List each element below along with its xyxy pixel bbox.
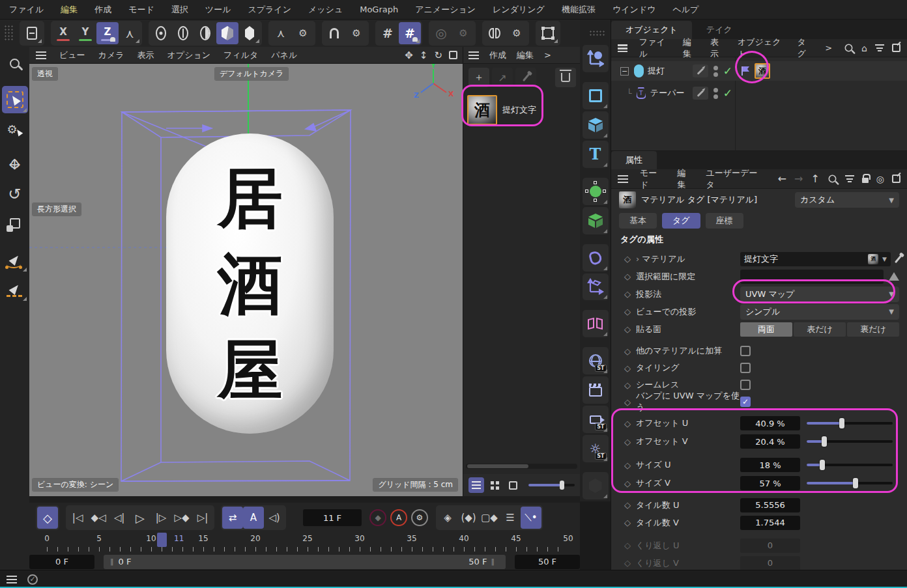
material-name[interactable]: 提灯文字	[502, 104, 536, 116]
snap-settings-gear-icon[interactable]: ⚙	[345, 22, 367, 44]
preset-dropdown[interactable]: カスタム▼	[795, 192, 899, 208]
om-menu-objects[interactable]: オブジェクト	[738, 36, 786, 60]
vp-menu-options[interactable]: オプション	[167, 49, 211, 61]
attr-forward-icon[interactable]: →	[794, 173, 803, 185]
add-material-button[interactable]: ＋	[468, 68, 489, 87]
expand-toggle-icon[interactable]: −	[620, 67, 629, 76]
palette-drag-handle[interactable]	[583, 23, 609, 43]
attr-up-icon[interactable]: ↑	[811, 173, 819, 185]
vp-menu-display[interactable]: 表示	[137, 49, 154, 61]
grid-snap-icon[interactable]: #	[377, 22, 399, 44]
undo-history-icon[interactable]	[21, 22, 43, 44]
attr-search-icon[interactable]	[828, 175, 836, 183]
material-scrollbar[interactable]	[466, 464, 577, 469]
mode-model-icon[interactable]	[216, 22, 238, 44]
subdivision-cube-icon[interactable]	[583, 207, 609, 234]
menu-spline[interactable]: スプライン	[248, 4, 291, 16]
symmetry-icon[interactable]	[483, 22, 506, 44]
offset-u-field[interactable]: 40.9 %	[740, 416, 800, 430]
status-menu-icon[interactable]	[7, 576, 17, 583]
attr-menu-edit[interactable]: 編集	[678, 167, 695, 191]
loop-playback-icon[interactable]: ⇄	[222, 507, 243, 529]
enable-check-icon[interactable]: ✓	[723, 87, 732, 100]
select-tool-icon[interactable]	[2, 86, 28, 113]
attr-target-icon[interactable]: ◎	[876, 174, 884, 184]
enable-check-icon[interactable]: ✓	[723, 64, 732, 77]
deformer-icon[interactable]	[583, 244, 609, 272]
sound-icon[interactable]: ◁)	[264, 507, 285, 529]
attr-undock-icon[interactable]	[892, 175, 900, 183]
list-view-icon[interactable]	[468, 477, 484, 493]
menu-mode[interactable]: モード	[128, 4, 154, 16]
attr-lock-icon[interactable]	[862, 178, 869, 183]
mat-menu-more[interactable]: >	[544, 50, 551, 60]
key-position-icon[interactable]: ◈	[437, 507, 458, 529]
tweak-tool-icon[interactable]: ⚙	[2, 115, 28, 143]
vp-menu-view[interactable]: ビュー	[59, 49, 85, 61]
add-material-checkbox[interactable]	[740, 346, 751, 356]
phong-tag-icon[interactable]	[740, 66, 751, 76]
attr-back-icon[interactable]: ←	[778, 173, 786, 185]
object-row-taper[interactable]: └ T テーパー ✓	[611, 83, 907, 103]
tiling-checkbox[interactable]	[740, 363, 751, 373]
keying-settings-gear-icon[interactable]: ⚙	[411, 509, 428, 526]
pick-material-eyedropper-icon[interactable]	[895, 255, 902, 263]
offset-u-slider[interactable]	[807, 418, 893, 428]
thumbnail-size-slider[interactable]	[528, 484, 575, 486]
material-link-field[interactable]: 提灯文字 酒 ▼	[740, 252, 891, 266]
mode-points-icon[interactable]	[150, 22, 172, 44]
size-v-slider[interactable]	[807, 478, 893, 488]
prev-key-icon[interactable]: ◆◁	[88, 507, 109, 529]
stage-object-icon[interactable]	[583, 376, 609, 404]
menu-animation[interactable]: アニメーション	[415, 4, 476, 16]
generator-icon[interactable]	[583, 178, 609, 205]
tiles-v-field[interactable]: 1.7544	[740, 516, 800, 530]
material-tag-icon[interactable]: 酒	[755, 63, 770, 79]
side-front-button[interactable]: 表だけ	[794, 322, 846, 337]
scale-tool-icon[interactable]	[2, 210, 28, 237]
om-menu-view[interactable]: 表示	[710, 36, 726, 60]
projection-dropdown[interactable]: UVW マップ▼	[740, 287, 899, 302]
size-u-slider[interactable]	[807, 460, 893, 470]
material-eyedropper-icon[interactable]	[515, 68, 536, 87]
orbit-rotate-icon[interactable]: ↻	[434, 49, 442, 61]
edit-disabled-icon[interactable]	[583, 472, 609, 499]
subtab-tag[interactable]: タグ	[662, 213, 700, 229]
menu-help[interactable]: ヘルプ	[672, 4, 698, 16]
delete-material-button[interactable]	[555, 68, 576, 87]
offset-v-slider[interactable]	[807, 436, 893, 447]
symmetry-object-icon[interactable]	[583, 310, 609, 337]
move-tool-icon[interactable]	[2, 151, 28, 178]
menu-select[interactable]: 選択	[171, 4, 188, 16]
menu-window[interactable]: ウインドウ	[612, 4, 656, 16]
axis-z-toggle[interactable]: Z	[96, 22, 119, 44]
light-object-icon[interactable]: ☼ST	[583, 435, 609, 462]
axis-x-toggle[interactable]: X	[52, 22, 74, 44]
vp-menu-filter[interactable]: フィルタ	[223, 49, 258, 61]
viewport-canvas[interactable]: Y X Z 居 酒 屋 透視 デフォルトカメラ 長方形選択 ビューの変換: シー…	[29, 64, 463, 496]
edit-enable-icon[interactable]	[693, 64, 708, 77]
mat-menu-edit[interactable]: 編集	[517, 49, 534, 61]
timeline-ruler[interactable]: 0 5 10 15 20 25 30 35 40 45 50 11	[29, 533, 580, 552]
key-parameter-icon[interactable]: ☰	[500, 507, 521, 529]
range-right-handle[interactable]: ‖	[491, 557, 496, 566]
search-tool-icon[interactable]	[2, 49, 28, 77]
current-frame-field[interactable]: 11 F	[303, 509, 362, 526]
key-rotation-icon[interactable]: (◆)	[458, 507, 479, 529]
grid-snap-locked-icon[interactable]: #	[399, 22, 421, 44]
autokey-record-icon[interactable]: A	[390, 509, 407, 526]
om-menu-edit[interactable]: 編集	[683, 36, 698, 60]
tiles-u-field[interactable]: 5.5556	[740, 498, 800, 512]
edit-enable-icon[interactable]	[693, 87, 708, 100]
menu-extensions[interactable]: 機能拡張	[562, 4, 596, 16]
material-link-dropdown-icon[interactable]: ▼	[882, 256, 887, 262]
vp-menu-camera[interactable]: カメラ	[98, 49, 124, 61]
lantern-object[interactable]: 居 酒 屋	[166, 133, 334, 434]
range-bar[interactable]: ‖ 0 F 50 F‖	[104, 555, 506, 569]
play-button[interactable]: ▷	[130, 507, 151, 529]
axis-y-toggle[interactable]: Y	[74, 22, 96, 44]
prev-frame-icon[interactable]: ◁|	[109, 507, 130, 529]
menu-create[interactable]: 作成	[94, 4, 111, 16]
subtab-basic[interactable]: 基本	[619, 213, 657, 229]
side-back-button[interactable]: 裏だけ	[847, 322, 899, 337]
